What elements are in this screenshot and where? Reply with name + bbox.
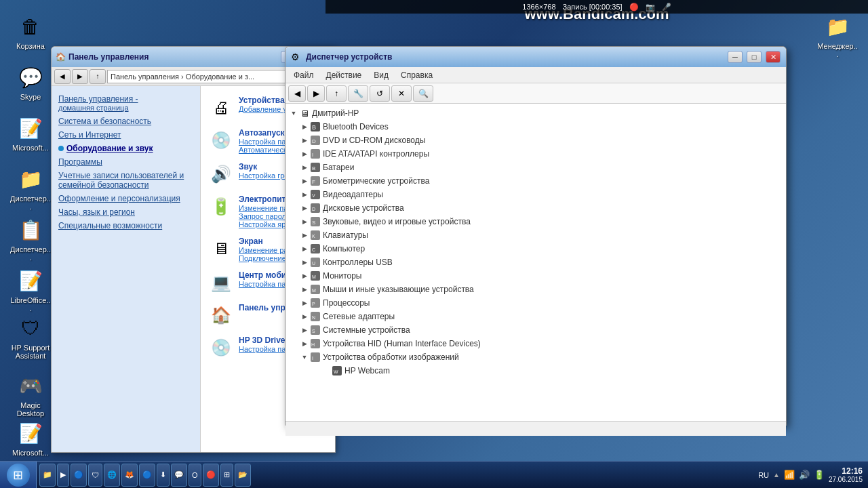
active-indicator <box>58 146 64 151</box>
tree-bluetooth-toggle[interactable]: ▶ <box>299 121 310 132</box>
desktop-icon-hp-support[interactable]: 🛡 HP Support Assistant <box>7 312 54 363</box>
tree-ide-toggle[interactable]: ▶ <box>299 148 310 159</box>
cp-sidebar-appearance[interactable]: Оформление и персонализация <box>57 192 195 205</box>
dm-tree-content[interactable]: ▼ 🖥 Дмитрий-HP ▶ B Bluetooth Devices ▶ D… <box>285 104 786 421</box>
cp-address-bar[interactable]: Панель управления › Оборудование и з... <box>107 70 315 83</box>
dm-toolbar-uninstall[interactable]: ✕ <box>391 85 412 102</box>
tree-item-dvd[interactable]: ▶ D DVD и CD-ROM дисководы <box>285 134 786 147</box>
cp-sidebar-hardware[interactable]: Оборудование и звук <box>57 142 195 155</box>
cp-home-title[interactable]: Панель управления - <box>58 94 201 104</box>
tree-root[interactable]: ▼ 🖥 Дмитрий-HP <box>285 106 786 120</box>
tree-item-monitors[interactable]: ▶ M Мониторы <box>285 269 786 283</box>
dm-close-btn[interactable]: ✕ <box>766 51 781 63</box>
dm-toolbar-scan[interactable]: 🔍 <box>413 85 433 102</box>
taskbar-media[interactable]: ▶ <box>57 464 69 487</box>
tree-usb-toggle[interactable]: ▶ <box>299 257 310 268</box>
cp-back-btn[interactable]: ◀ <box>54 69 71 84</box>
tree-item-webcam[interactable]: ▶ W HP Webcam <box>285 364 786 378</box>
tree-monitors-toggle[interactable]: ▶ <box>299 270 310 281</box>
taskbar-ie[interactable]: 🌐 <box>104 464 120 487</box>
desktop-icon-libreoffice[interactable]: 📝 LibreOffice... <box>7 264 54 315</box>
desktop-icon-microsoft[interactable]: 📝 Microsoft... <box>7 112 54 155</box>
cp-sidebar-accounts[interactable]: Учетные записи пользователей и семейной … <box>57 169 195 192</box>
taskbar-record[interactable]: 🔴 <box>203 464 219 487</box>
tree-dvd-toggle[interactable]: ▶ <box>299 135 310 146</box>
tree-imaging-toggle[interactable]: ▼ <box>299 352 310 363</box>
cp-sound-icon: 🔊 <box>209 162 233 186</box>
desktop-icon-recycle[interactable]: 🗑 Корзина <box>7 10 54 53</box>
taskbar-hp[interactable]: 🔵 <box>71 464 87 487</box>
tree-system-toggle[interactable]: ▶ <box>299 325 310 336</box>
cp-home-link[interactable]: Панель управления - домашняя страница <box>57 92 201 115</box>
tree-battery-toggle[interactable]: ▶ <box>299 162 310 173</box>
tree-item-imaging[interactable]: ▼ I Устройства обработки изображений <box>285 350 786 364</box>
tray-up-icon[interactable]: ▲ <box>773 471 780 479</box>
desktop-icon-folder2[interactable]: 📋 Диспетчер... <box>7 214 54 264</box>
desktop-icon-magic[interactable]: 🎮 Magic Desktop <box>7 369 54 420</box>
tree-item-usb[interactable]: ▶ U Контроллеры USB <box>285 256 786 269</box>
taskbar-win-btn[interactable]: ⊞ <box>220 464 233 487</box>
tree-item-system[interactable]: ▶ S Системные устройства <box>285 323 786 337</box>
tree-mouse-toggle[interactable]: ▶ <box>299 284 310 295</box>
tree-item-bluetooth[interactable]: ▶ B Bluetooth Devices <box>285 120 786 134</box>
tree-cpu-toggle[interactable]: ▶ <box>299 298 310 308</box>
tree-video-toggle[interactable]: ▶ <box>299 189 310 200</box>
dm-toolbar-up[interactable]: ↑ <box>326 85 347 102</box>
tree-biometric-toggle[interactable]: ▶ <box>299 176 310 186</box>
cp-forward-btn[interactable]: ▶ <box>72 69 88 84</box>
cp-sidebar-clock[interactable]: Часы, язык и регион <box>57 205 195 219</box>
tree-network-toggle[interactable]: ▶ <box>299 311 310 322</box>
dm-menu-file[interactable]: Файл <box>288 69 319 81</box>
cp-home-subtitle[interactable]: домашняя страница <box>58 104 201 112</box>
dm-toolbar-back[interactable]: ◀ <box>288 85 306 102</box>
tree-item-disk[interactable]: ▶ D Дисковые устройства <box>285 201 786 215</box>
tree-computer-toggle[interactable]: ▶ <box>299 243 310 254</box>
dm-maximize-btn[interactable]: □ <box>747 51 762 63</box>
tree-hid-toggle[interactable]: ▶ <box>299 338 310 349</box>
tree-audio-toggle[interactable]: ▶ <box>299 216 310 227</box>
dm-toolbar-properties[interactable]: 🔧 <box>348 85 368 102</box>
tree-audio-label: Звуковые, видео и игровые устройства <box>323 217 471 226</box>
dm-menu-action[interactable]: Действие <box>321 69 368 81</box>
tree-bluetooth-icon: B <box>310 121 321 132</box>
dm-toolbar-update[interactable]: ↺ <box>370 85 390 102</box>
tree-item-hid[interactable]: ▶ H Устройства HID (Human Interface Devi… <box>285 337 786 350</box>
taskbar-opera[interactable]: O <box>189 464 201 487</box>
tree-root-toggle[interactable]: ▼ <box>288 108 299 119</box>
tree-item-computer[interactable]: ▶ C Компьютер <box>285 242 786 256</box>
desktop-icon-skype[interactable]: 💬 Skype <box>7 61 54 104</box>
taskbar-firefox[interactable]: 🦊 <box>121 464 138 487</box>
desktop-icon-word[interactable]: 📝 Microsoft... <box>7 417 54 460</box>
tree-item-mouse[interactable]: ▶ M Мыши и иные указывающие устройства <box>285 283 786 296</box>
taskbar-antivirus[interactable]: 🛡 <box>88 464 102 487</box>
tree-item-battery[interactable]: ▶ B Батареи <box>285 161 786 174</box>
desktop-icon-manager-right[interactable]: 📁 Менеджер... <box>814 10 861 61</box>
dm-menu-view[interactable]: Вид <box>368 69 394 81</box>
cp-sidebar-accessibility[interactable]: Специальные возможности <box>57 219 195 232</box>
tree-keyboard-toggle[interactable]: ▶ <box>299 230 310 241</box>
tree-item-ide[interactable]: ▶ I IDE ATA/ATAPI контроллеры <box>285 147 786 161</box>
dm-toolbar-forward[interactable]: ▶ <box>307 85 325 102</box>
start-button[interactable]: ⊞ <box>0 462 37 489</box>
tree-item-audio[interactable]: ▶ S Звуковые, видео и игровые устройства <box>285 215 786 228</box>
cp-sidebar-programs[interactable]: Программы <box>57 155 195 169</box>
cp-sidebar-network[interactable]: Сеть и Интернет <box>57 128 195 142</box>
taskbar-skype-tray[interactable]: 💬 <box>171 464 187 487</box>
dm-menu-help[interactable]: Справка <box>395 69 438 81</box>
tree-disk-toggle[interactable]: ▶ <box>299 203 310 214</box>
tree-item-cpu[interactable]: ▶ P Процессоры <box>285 296 786 310</box>
tree-item-network[interactable]: ▶ N Сетевые адаптеры <box>285 310 786 323</box>
desktop-icon-folder1[interactable]: 📁 Диспетчер... <box>7 163 54 214</box>
cp-up-btn[interactable]: ↑ <box>90 69 106 84</box>
dm-minimize-btn[interactable]: ─ <box>728 51 743 63</box>
cp-sidebar-system[interactable]: Система и безопасность <box>57 115 195 128</box>
taskbar-chrome[interactable]: 🔵 <box>139 464 155 487</box>
tree-item-video[interactable]: ▶ V Видеоадаптеры <box>285 188 786 201</box>
tree-item-keyboard[interactable]: ▶ K Клавиатуры <box>285 228 786 242</box>
taskbar-explorer[interactable]: 📁 <box>39 464 56 487</box>
taskbar-folder-btn[interactable]: 📂 <box>235 464 251 487</box>
taskbar-torrent[interactable]: ⬇ <box>157 464 170 487</box>
tray-clock[interactable]: 12:16 27.06.2015 <box>829 466 863 483</box>
tree-item-biometric[interactable]: ▶ F Биометрические устройства <box>285 174 786 188</box>
cp-mobility-icon: 💻 <box>209 270 233 295</box>
